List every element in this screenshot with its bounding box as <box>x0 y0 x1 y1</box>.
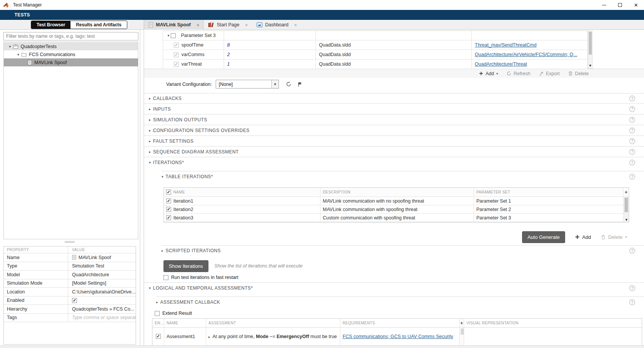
add-column-icon[interactable]: + <box>625 190 628 195</box>
show-iterations-button[interactable]: Show Iterations <box>163 260 208 272</box>
scrollbar-thumb[interactable] <box>625 198 628 212</box>
doc-tab-dashboard[interactable]: Dashboard <box>252 20 301 30</box>
help-icon[interactable]: ? <box>629 149 635 155</box>
parameter-value[interactable]: 8 <box>224 40 316 50</box>
chevron-right-icon[interactable] <box>208 334 210 339</box>
section-logical-temporal-assessments[interactable]: LOGICAL AND TEMPORAL ASSESSMENTS* ? <box>144 283 644 293</box>
iteration-checkbox[interactable] <box>166 215 171 220</box>
iteration-checkbox[interactable] <box>166 198 171 203</box>
scrollbar-thumb[interactable] <box>589 32 592 55</box>
doc-tab-start-page[interactable]: Start Page <box>203 20 252 30</box>
scroll-down-icon[interactable]: ▼ <box>624 218 629 222</box>
section-inputs[interactable]: INPUTS ? <box>144 104 644 114</box>
show-variant-button[interactable] <box>298 82 303 87</box>
parameter-set-checkbox[interactable] <box>171 33 176 38</box>
add-requirement-icon[interactable]: + <box>460 321 463 326</box>
help-icon[interactable]: ? <box>629 138 635 144</box>
tree-item-mavlink-spoof[interactable]: MAVLink Spoof <box>4 58 138 66</box>
help-icon[interactable]: ? <box>629 117 635 123</box>
extend-result-checkbox[interactable] <box>155 311 160 316</box>
tree-item-fcs-communications[interactable]: FCS Communications <box>4 50 138 58</box>
iteration-row-1[interactable]: Iteration1 MAVLink communication with no… <box>164 197 629 205</box>
close-button[interactable]: ✕ <box>628 0 644 10</box>
maximize-button[interactable] <box>612 0 628 10</box>
help-icon[interactable]: ? <box>629 174 635 180</box>
help-icon[interactable]: ? <box>629 285 635 291</box>
help-icon[interactable]: ? <box>629 299 635 305</box>
chevron-down-icon[interactable] <box>8 45 12 48</box>
refresh-parameters-button[interactable]: Refresh <box>506 71 530 76</box>
section-scripted-iterations[interactable]: SCRIPTED ITERATIONS ? <box>162 246 644 256</box>
variant-configuration-select[interactable]: [None] ▼ <box>216 80 279 89</box>
parameter-checkbox[interactable] <box>174 43 179 48</box>
minimize-button[interactable] <box>596 0 612 10</box>
property-column-header: PROPERTY <box>4 246 68 253</box>
parameter-usage-link[interactable]: QuadArchitecture/Threat <box>475 61 527 67</box>
add-parameter-button[interactable]: Add ▾ <box>479 71 498 76</box>
section-configuration-settings-overrides[interactable]: CONFIGURATION SETTINGS OVERRIDES ? <box>144 125 644 136</box>
section-simulation-outputs[interactable]: SIMULATION OUTPUTS ? <box>144 114 644 125</box>
assessment-row-1[interactable]: Assessment1 At any point of time, Mode ~… <box>152 328 642 345</box>
help-icon[interactable]: ? <box>629 106 635 112</box>
section-iterations[interactable]: ITERATIONS* ? <box>144 157 644 168</box>
property-value[interactable]: Simulation Test <box>68 262 136 271</box>
property-value[interactable]: QuadArchitecture <box>68 271 136 279</box>
parameter-table-scrollbar[interactable]: ▼ <box>588 31 593 69</box>
parameter-row-varcomms[interactable]: varComms 2 QuadData.sldd QuadArchitectur… <box>163 50 588 60</box>
section-callbacks[interactable]: CALLBACKS ? <box>144 93 644 104</box>
section-fault-settings[interactable]: FAULT SETTINGS ? <box>144 136 644 147</box>
property-label: Model <box>4 271 68 279</box>
iteration-row-2[interactable]: Iteration2 MAVLink communication with sp… <box>164 205 629 214</box>
parameter-checkbox[interactable] <box>174 62 179 67</box>
chevron-down-icon[interactable] <box>166 34 171 37</box>
section-assessment-callback[interactable]: ASSESSMENT CALLBACK ? <box>156 297 644 308</box>
enabled-checkbox[interactable] <box>72 298 77 303</box>
iteration-checkbox[interactable] <box>166 207 171 212</box>
close-tab-icon[interactable] <box>294 22 297 28</box>
assessment-checkbox[interactable] <box>156 334 161 339</box>
property-value[interactable]: MAVLink Spoof <box>68 253 136 262</box>
help-icon[interactable]: ? <box>629 160 635 166</box>
auto-generate-button[interactable]: Auto Generate <box>522 231 565 243</box>
chevron-down-icon[interactable] <box>16 53 21 56</box>
section-sequence-diagram-assessment[interactable]: SEQUENCE DIAGRAM ASSESSMENT ? <box>144 147 644 157</box>
scrollbar-thumb[interactable] <box>461 329 464 335</box>
requirement-link[interactable]: FCS communications; GCS to UAV Comms Sec… <box>343 334 453 339</box>
filter-tests-input[interactable] <box>3 32 138 40</box>
parameter-usage-link[interactable]: QuadArchitecture/AirVehicle/FCS/CommsIn;… <box>475 52 577 57</box>
select-all-iterations-checkbox[interactable] <box>166 190 171 195</box>
tab-test-browser[interactable]: Test Browser <box>31 21 70 29</box>
help-icon[interactable]: ? <box>629 248 635 254</box>
help-icon[interactable]: ? <box>629 95 635 102</box>
doc-tab-mavlink-spoof[interactable]: MAVLink Spoof <box>144 20 203 30</box>
parameter-row-varthreat[interactable]: varThreat 1 QuadData.sldd QuadArchitectu… <box>163 60 588 69</box>
tab-results-and-artifacts[interactable]: Results and Artifacts <box>70 21 127 29</box>
close-tab-icon[interactable] <box>245 22 248 28</box>
delete-iteration-button[interactable]: Delete ▾ <box>601 234 627 240</box>
panel-tab-group: Test Browser Results and Artifacts <box>31 21 127 29</box>
iterations-table-scrollbar[interactable]: ▼ <box>624 197 629 222</box>
chevron-down-icon[interactable]: ▼ <box>271 80 279 88</box>
parameter-value[interactable]: 2 <box>224 50 316 59</box>
iteration-row-3[interactable]: Iteration3 Custom communication with spo… <box>164 214 629 222</box>
parameter-checkbox[interactable] <box>174 52 179 57</box>
scroll-down-icon[interactable]: ▼ <box>588 64 592 68</box>
export-parameters-button[interactable]: Export <box>539 71 560 76</box>
parameter-value[interactable]: 1 <box>224 60 316 69</box>
add-iteration-button[interactable]: Add <box>575 234 591 240</box>
parameter-row-spooftime[interactable]: spoofTime 8 QuadData.sldd Threat_mav/Sen… <box>163 40 588 50</box>
tags-input[interactable]: Type comma or space separat <box>72 315 136 320</box>
section-table-iterations[interactable]: TABLE ITERATIONS* ? <box>162 171 644 182</box>
property-value[interactable]: [Model Settings] <box>68 279 136 288</box>
panel-splitter-handle[interactable] <box>65 241 75 243</box>
ribbon-tab-tests[interactable]: TESTS <box>14 12 30 18</box>
delete-parameter-button[interactable]: Delete <box>568 71 589 76</box>
close-tab-icon[interactable] <box>196 22 199 28</box>
parameter-usage-link[interactable]: Threat_mav/SendThreatCmd <box>475 42 537 48</box>
help-icon[interactable]: ? <box>629 127 635 134</box>
assessment-expression[interactable]: At any point of time, Mode ~= EmergencyO… <box>206 328 340 345</box>
refresh-variant-button[interactable] <box>286 81 292 87</box>
tree-item-quadcoptertests[interactable]: QuadcopterTests <box>4 42 138 50</box>
fast-restart-checkbox[interactable] <box>163 275 168 280</box>
parameter-group-row[interactable]: Parameter Set 3 <box>163 31 588 40</box>
